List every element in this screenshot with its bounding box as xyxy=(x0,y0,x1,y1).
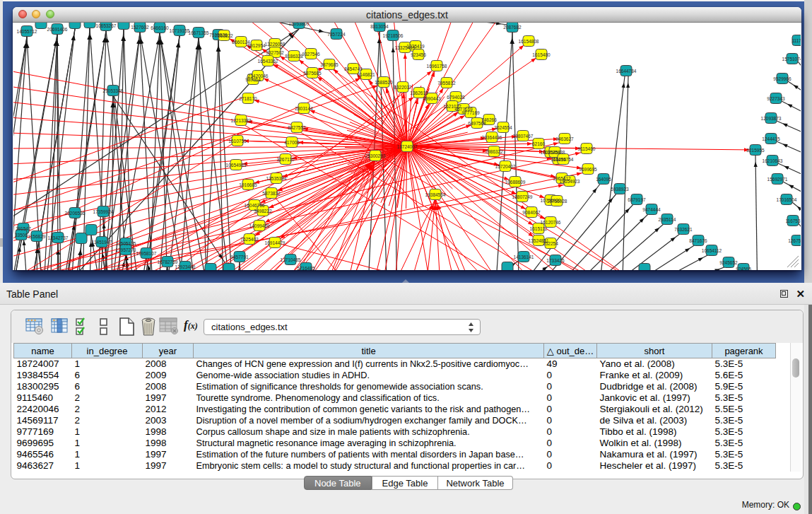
svg-text:16543362: 16543362 xyxy=(258,59,278,64)
svg-text:29053346: 29053346 xyxy=(103,88,124,93)
svg-text:20206536: 20206536 xyxy=(65,211,86,216)
svg-text:14055712: 14055712 xyxy=(17,29,37,34)
svg-text:8813054: 8813054 xyxy=(370,24,389,29)
svg-text:8322037: 8322037 xyxy=(394,85,412,90)
svg-text:2718170: 2718170 xyxy=(239,96,257,101)
svg-text:11451947: 11451947 xyxy=(92,240,112,245)
svg-text:19384554: 19384554 xyxy=(425,192,446,197)
svg-text:62160: 62160 xyxy=(532,141,545,146)
svg-text:417006: 417006 xyxy=(284,140,300,145)
svg-text:16782759: 16782759 xyxy=(158,259,178,264)
svg-text:17957273: 17957273 xyxy=(116,247,136,252)
svg-text:9146821: 9146821 xyxy=(357,72,375,77)
svg-text:6879197: 6879197 xyxy=(628,197,646,202)
svg-text:16644784: 16644784 xyxy=(616,69,637,74)
svg-text:10653267: 10653267 xyxy=(96,23,117,28)
svg-text:2803144: 2803144 xyxy=(295,106,313,111)
svg-text:14136141: 14136141 xyxy=(514,255,534,259)
svg-text:1588520: 1588520 xyxy=(375,80,393,85)
svg-text:8471676: 8471676 xyxy=(689,238,707,243)
svg-text:5938923: 5938923 xyxy=(611,187,629,192)
svg-text:13710485: 13710485 xyxy=(281,257,301,262)
svg-text:1362615: 1362615 xyxy=(410,90,428,95)
svg-text:9474444: 9474444 xyxy=(642,207,661,212)
svg-text:15692971: 15692971 xyxy=(767,177,788,182)
svg-text:252254: 252254 xyxy=(543,241,558,246)
svg-text:3624554: 3624554 xyxy=(494,125,512,130)
svg-text:10654983: 10654983 xyxy=(226,163,247,168)
svg-text:8454749: 8454749 xyxy=(344,66,363,71)
svg-text:7986322: 7986322 xyxy=(485,149,503,154)
svg-text:8215955: 8215955 xyxy=(746,148,765,153)
svg-text:9457791: 9457791 xyxy=(230,255,249,259)
svg-text:19654923: 19654923 xyxy=(560,179,580,184)
svg-text:7955812: 7955812 xyxy=(437,81,456,86)
svg-text:16046766: 16046766 xyxy=(245,203,265,208)
svg-text:10958107: 10958107 xyxy=(136,251,157,256)
svg-text:17359924: 17359924 xyxy=(93,209,114,214)
svg-text:20691406: 20691406 xyxy=(47,27,68,32)
svg-text:9529966: 9529966 xyxy=(773,76,792,81)
svg-text:23420046: 23420046 xyxy=(248,74,269,78)
svg-text:18807249: 18807249 xyxy=(512,194,533,199)
svg-text:13535394: 13535394 xyxy=(266,176,287,181)
svg-text:10025438: 10025438 xyxy=(545,150,565,155)
svg-text:19218506: 19218506 xyxy=(383,33,404,38)
svg-text:16671355: 16671355 xyxy=(189,30,209,35)
svg-text:1733426: 1733426 xyxy=(546,258,565,263)
svg-text:116753: 116753 xyxy=(785,218,801,223)
svg-text:8912954: 8912954 xyxy=(247,43,266,48)
svg-text:16154808: 16154808 xyxy=(519,39,539,44)
svg-text:10807467: 10807467 xyxy=(513,134,534,139)
svg-text:7632621: 7632621 xyxy=(674,227,693,232)
svg-text:10756928: 10756928 xyxy=(547,199,567,204)
svg-text:7625402: 7625402 xyxy=(240,237,259,242)
svg-text:1267533: 1267533 xyxy=(788,238,801,243)
svg-text:7663822: 7663822 xyxy=(215,33,233,38)
svg-text:1244415: 1244415 xyxy=(762,136,780,141)
svg-text:9115460: 9115460 xyxy=(578,146,596,151)
svg-text:2935114: 2935114 xyxy=(659,217,676,222)
svg-text:13226058: 13226058 xyxy=(265,42,286,47)
svg-text:10688609: 10688609 xyxy=(505,180,526,185)
svg-text:10654112: 10654112 xyxy=(702,248,722,253)
svg-text:17016504: 17016504 xyxy=(777,197,797,202)
svg-text:3267110: 3267110 xyxy=(277,157,295,162)
svg-text:3879685: 3879685 xyxy=(320,62,339,67)
svg-text:9463627: 9463627 xyxy=(555,136,574,141)
svg-text:16914479: 16914479 xyxy=(265,240,286,245)
svg-text:20364436: 20364436 xyxy=(482,135,502,140)
svg-text:10719155: 10719155 xyxy=(170,28,190,33)
svg-text:1615112: 1615112 xyxy=(530,226,548,231)
svg-text:16120746: 16120746 xyxy=(541,220,561,225)
svg-text:5875685: 5875685 xyxy=(303,71,322,76)
svg-text:1335419: 1335419 xyxy=(406,44,425,49)
svg-text:8990443: 8990443 xyxy=(423,96,441,101)
svg-text:25300293: 25300293 xyxy=(365,153,386,158)
svg-text:33506: 33506 xyxy=(15,233,28,238)
svg-text:6794028: 6794028 xyxy=(447,95,465,100)
svg-text:5873832: 5873832 xyxy=(262,191,281,196)
svg-text:9327502: 9327502 xyxy=(266,50,284,55)
svg-text:9699695: 9699695 xyxy=(579,167,597,172)
svg-text:6466160: 6466160 xyxy=(151,25,169,30)
svg-text:16961758: 16961758 xyxy=(427,64,447,69)
svg-text:12093873: 12093873 xyxy=(761,116,782,121)
svg-text:5716485: 5716485 xyxy=(297,266,315,271)
svg-text:8427552: 8427552 xyxy=(288,125,306,130)
svg-text:16210643: 16210643 xyxy=(763,158,783,163)
svg-text:7857224: 7857224 xyxy=(327,32,346,37)
svg-text:2087682: 2087682 xyxy=(503,25,522,30)
svg-text:164095: 164095 xyxy=(596,177,611,182)
svg-text:1615480: 1615480 xyxy=(532,52,551,57)
svg-text:6497568: 6497568 xyxy=(468,121,486,126)
svg-text:12505135: 12505135 xyxy=(116,241,136,246)
svg-text:9777169: 9777169 xyxy=(461,110,480,115)
svg-text:12342737: 12342737 xyxy=(48,235,69,240)
svg-text:9245652: 9245652 xyxy=(719,260,738,265)
svg-text:1156829: 1156829 xyxy=(28,234,46,239)
svg-text:924565: 924565 xyxy=(736,267,751,271)
svg-text:9227343: 9227343 xyxy=(767,96,785,101)
svg-text:1527602: 1527602 xyxy=(131,25,149,30)
svg-text:12923446: 12923446 xyxy=(175,264,196,269)
